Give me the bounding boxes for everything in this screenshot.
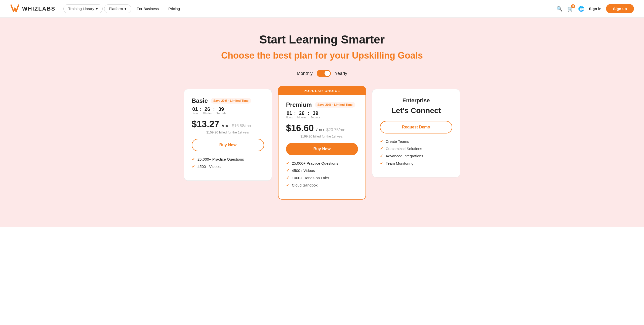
check-icon: ✓	[380, 146, 383, 151]
premium-billed: $199.20 billed for the 1st year	[286, 134, 358, 138]
for-business-link[interactable]: For Business	[133, 5, 163, 13]
toggle-knob	[325, 71, 330, 76]
search-icon: 🔍	[556, 6, 563, 12]
sign-up-button[interactable]: Sign up	[606, 4, 634, 13]
logo[interactable]: WHIZLABS	[10, 4, 55, 14]
list-item: ✓ Advanced Integrations	[380, 154, 452, 158]
basic-buy-button[interactable]: Buy Now	[192, 139, 264, 151]
premium-per: /mo	[316, 127, 324, 132]
list-item: ✓ 25,000+ Practice Questions	[286, 161, 358, 166]
basic-price: $13.27	[192, 119, 219, 129]
premium-countdown: 01 Hours : 26 Minutes : 39 Seconds	[286, 110, 358, 119]
nav-right: 🔍 🛒 0 🌐 Sign in Sign up	[556, 4, 634, 13]
list-item: ✓ Team Monitoring	[380, 161, 452, 166]
premium-card: POPULAR CHOICE Premium Save 20% - Limite…	[278, 86, 366, 200]
billing-toggle-wrap: Monthly Yearly	[5, 70, 639, 77]
basic-billed: $159.20 billed for the 1st year	[192, 130, 264, 134]
premium-buy-button[interactable]: Buy Now	[286, 143, 358, 155]
chevron-down-icon: ▾	[125, 7, 127, 11]
check-icon: ✓	[286, 168, 289, 173]
list-item: ✓ Cloud Sandbox	[286, 183, 358, 188]
enterprise-card: Enterprise Let's Connect Request Demo ✓ …	[372, 89, 460, 177]
basic-countdown: 01 Hours : 26 Minutes : 39 Seconds	[192, 106, 264, 115]
hero-subtitle: Choose the best plan for your Upskilling…	[5, 50, 639, 61]
hero-title: Start Learning Smarter	[5, 33, 639, 46]
list-item: ✓ 4500+ Videos	[286, 168, 358, 173]
training-library-btn[interactable]: Training Library ▾	[63, 4, 103, 13]
premium-features: ✓ 25,000+ Practice Questions ✓ 4500+ Vid…	[286, 161, 358, 188]
nav-links: Training Library ▾ Platform ▾ For Busine…	[63, 4, 556, 13]
language-button[interactable]: 🌐	[578, 6, 584, 12]
premium-countdown-nums: 01 Hours : 26 Minutes : 39 Seconds	[286, 110, 320, 119]
premium-hours: 01	[287, 110, 292, 116]
hero-section: Start Learning Smarter Choose the best p…	[0, 18, 644, 227]
basic-minutes: 26	[205, 106, 210, 112]
basic-features: ✓ 25,000+ Practice Questions ✓ 4500+ Vid…	[192, 157, 264, 169]
chevron-down-icon: ▾	[96, 7, 98, 11]
basic-seconds: 39	[218, 106, 224, 112]
logo-icon	[10, 4, 20, 14]
list-item: ✓ 4500+ Videos	[192, 164, 264, 169]
check-icon: ✓	[380, 154, 383, 158]
basic-old-price: $16.58/mo	[232, 124, 251, 128]
basic-countdown-nums: 01 Hours : 26 Minutes : 39 Seconds	[192, 106, 226, 115]
billing-toggle[interactable]	[317, 70, 331, 77]
basic-per: /mo	[222, 123, 229, 128]
check-icon: ✓	[192, 157, 195, 162]
globe-icon: 🌐	[578, 6, 584, 12]
premium-minutes: 26	[299, 110, 304, 116]
check-icon: ✓	[286, 161, 289, 166]
check-icon: ✓	[380, 161, 383, 166]
list-item: ✓ 25,000+ Practice Questions	[192, 157, 264, 162]
lets-connect: Let's Connect	[380, 106, 452, 115]
basic-title: Basic	[192, 97, 208, 104]
check-icon: ✓	[286, 175, 289, 180]
pricing-link[interactable]: Pricing	[164, 5, 184, 13]
sign-in-button[interactable]: Sign in	[589, 7, 601, 11]
basic-card: Basic Save 20% - Limited Time 01 Hours :…	[184, 89, 272, 181]
basic-limited-badge: Save 20% - Limited Time	[211, 98, 251, 104]
list-item: ✓ Customized Solutions	[380, 146, 452, 151]
premium-seconds: 39	[313, 110, 318, 116]
basic-card-header: Basic Save 20% - Limited Time	[192, 97, 264, 104]
list-item: ✓ Create Teams	[380, 139, 452, 144]
brand-name: WHIZLABS	[22, 6, 55, 12]
subtitle-plain: Choose the best plan for your	[221, 50, 352, 61]
premium-limited-badge: Save 20% - Limited Time	[315, 102, 355, 108]
monthly-label: Monthly	[297, 71, 313, 76]
basic-hours: 01	[192, 106, 198, 112]
navbar: WHIZLABS Training Library ▾ Platform ▾ F…	[0, 0, 644, 18]
request-demo-button[interactable]: Request Demo	[380, 121, 452, 133]
platform-btn[interactable]: Platform ▾	[104, 4, 131, 13]
cart-badge: 0	[571, 4, 575, 8]
premium-card-header: Premium Save 20% - Limited Time	[286, 101, 358, 108]
enterprise-title: Enterprise	[380, 97, 452, 104]
enterprise-features: ✓ Create Teams ✓ Customized Solutions ✓ …	[380, 139, 452, 166]
premium-price-row: $16.60 /mo $20.75/mo	[286, 123, 358, 133]
premium-old-price: $20.75/mo	[326, 128, 345, 132]
cart-button[interactable]: 🛒 0	[567, 6, 574, 12]
pricing-cards: Basic Save 20% - Limited Time 01 Hours :…	[5, 89, 639, 215]
check-icon: ✓	[380, 139, 383, 144]
premium-price: $16.60	[286, 123, 314, 133]
check-icon: ✓	[192, 164, 195, 169]
basic-price-row: $13.27 /mo $16.58/mo	[192, 119, 264, 129]
check-icon: ✓	[286, 183, 289, 188]
yearly-label: Yearly	[335, 71, 347, 76]
list-item: ✓ 1000+ Hands-on Labs	[286, 175, 358, 180]
popular-badge: POPULAR CHOICE	[278, 86, 366, 95]
premium-title: Premium	[286, 101, 312, 108]
search-button[interactable]: 🔍	[556, 6, 563, 12]
subtitle-highlight: Upskilling Goals	[352, 50, 423, 61]
